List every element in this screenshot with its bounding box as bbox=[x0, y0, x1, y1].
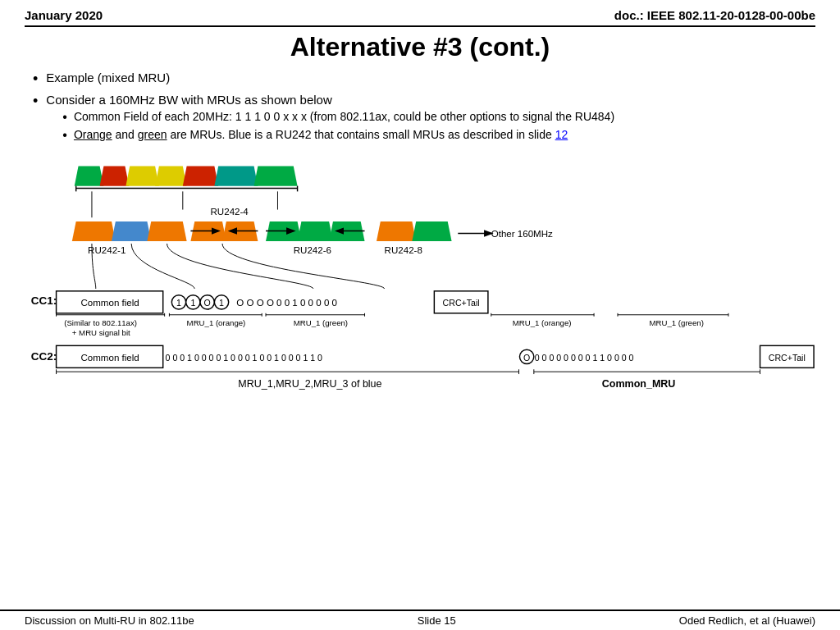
similar-label: (Similar to 802.11ax) bbox=[64, 318, 137, 327]
header-bar: January 2020 doc.: IEEE 802.11-20-0128-0… bbox=[25, 8, 815, 27]
cc2-bits: 0 0 0 1 0 0 0 0 1 0 0 0 1 0 0 1 0 0 0 1 … bbox=[166, 353, 323, 363]
footer-left: Discussion on Multi-RU in 802.11be bbox=[25, 614, 194, 627]
mru-blue-label: MRU_1,MRU_2,MRU_3 of blue bbox=[238, 378, 381, 390]
green-text: green bbox=[138, 128, 167, 141]
footer-bar: Discussion on Multi-RU in 802.11be Slide… bbox=[0, 609, 840, 630]
top-green-1 bbox=[75, 167, 104, 186]
ru242-8-green bbox=[412, 221, 451, 241]
svg-text:O: O bbox=[204, 298, 211, 308]
top-red-2 bbox=[183, 167, 218, 186]
ru242-1-label: RU242-1 bbox=[88, 245, 126, 255]
svg-text:1: 1 bbox=[176, 298, 181, 308]
other-160mhz-label: Other 160MHz bbox=[491, 229, 553, 239]
svg-text:0 0 0 0 0 0 0 0 1 1 0 0 0 0: 0 0 0 0 0 0 0 0 1 1 0 0 0 0 bbox=[535, 353, 634, 363]
cc1-common-field-text: Common field bbox=[80, 298, 139, 308]
slide-title: Alternative #3 (cont.) bbox=[25, 32, 815, 62]
top-green-2 bbox=[254, 167, 298, 186]
cc2-common-field-text: Common field bbox=[80, 353, 139, 363]
bullet-1-text: Example (mixed MRU) bbox=[46, 71, 170, 84]
header-date: January 2020 bbox=[25, 8, 103, 22]
sub-bullet-2-text: Orange and green are MRUs. Blue is a RU2… bbox=[74, 128, 568, 141]
slide: January 2020 doc.: IEEE 802.11-20-0128-0… bbox=[0, 0, 840, 630]
ru242-8-label: RU242-8 bbox=[385, 245, 422, 255]
sub-bullet-list: Common Field of each 20MHz: 1 1 1 0 0 x … bbox=[62, 110, 614, 143]
cc1-crc-tail-text: CRC+Tail bbox=[443, 298, 480, 308]
slide-link[interactable]: 12 bbox=[555, 128, 568, 141]
top-red-1 bbox=[100, 167, 130, 186]
sub-bullet-1: Common Field of each 20MHz: 1 1 1 0 0 x … bbox=[62, 110, 614, 125]
diagram-svg: RU242-4 bbox=[25, 151, 815, 446]
top-teal-1 bbox=[214, 167, 258, 186]
ru242-1-orange-2 bbox=[147, 221, 186, 241]
ru242-4-label: RU242-4 bbox=[211, 207, 249, 217]
footer-center: Slide 15 bbox=[418, 614, 456, 627]
ru242-8-orange bbox=[377, 221, 416, 241]
bullet-2-text: Consider a 160MHz BW with MRUs as shown … bbox=[46, 93, 331, 107]
cc1-label: CC1: bbox=[31, 294, 57, 307]
ru242-6-label: RU242-6 bbox=[294, 245, 331, 255]
cc2-label: CC2: bbox=[31, 350, 57, 363]
bullet-2: Consider a 160MHz BW with MRUs as shown … bbox=[33, 93, 815, 146]
cc1-mru1-green2-label: MRU_1 (green) bbox=[650, 318, 704, 327]
ru242-1-orange-1 bbox=[72, 221, 116, 241]
top-yellow-2 bbox=[155, 167, 187, 186]
cc1-mru1-orange-label: MRU_1 (orange) bbox=[187, 318, 246, 327]
mru-signal-label: + MRU signal bit bbox=[72, 328, 130, 337]
diagram-area: RU242-4 bbox=[25, 151, 815, 446]
cc2-crc-tail-text: CRC+Tail bbox=[769, 353, 806, 363]
svg-text:O: O bbox=[523, 353, 530, 363]
bullet-list: Example (mixed MRU) Consider a 160MHz BW… bbox=[33, 71, 815, 146]
sub-bullet-2: Orange and green are MRUs. Blue is a RU2… bbox=[62, 128, 614, 143]
bullet-1: Example (mixed MRU) bbox=[33, 71, 815, 88]
cc1-bits: O O O O 0 0 1 0 0 0 0 0 bbox=[236, 298, 337, 308]
header-doc: doc.: IEEE 802.11-20-0128-00-00be bbox=[614, 8, 815, 22]
cc1-mru1-orange2-label: MRU_1 (orange) bbox=[513, 318, 572, 327]
svg-text:1: 1 bbox=[190, 298, 195, 308]
sub-bullet-1-text: Common Field of each 20MHz: 1 1 1 0 0 x … bbox=[74, 110, 614, 123]
orange-text: Orange bbox=[74, 128, 112, 141]
ru242-6-green-2 bbox=[298, 221, 333, 241]
svg-text:1: 1 bbox=[219, 298, 224, 308]
ru242-1-blue bbox=[112, 221, 151, 241]
top-yellow-1 bbox=[126, 167, 158, 186]
footer-right: Oded Redlich, et al (Huawei) bbox=[679, 614, 815, 627]
cc1-mru1-green-label: MRU_1 (green) bbox=[294, 318, 348, 327]
common-mru-label: Common_MRU bbox=[602, 378, 676, 390]
